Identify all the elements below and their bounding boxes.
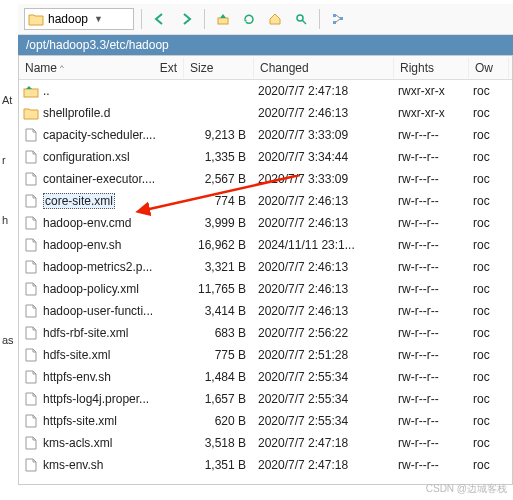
header-changed[interactable]: Changed [254, 58, 394, 78]
home-button[interactable] [264, 8, 286, 30]
table-row[interactable]: hadoop-policy.xml11,765 B2020/7/7 2:46:1… [19, 278, 512, 300]
file-icon [23, 216, 39, 230]
file-owner: roc [469, 392, 509, 406]
sort-indicator-icon: ^ [60, 63, 64, 72]
table-row[interactable]: hadoop-env.cmd3,999 B2020/7/7 2:46:13rw-… [19, 212, 512, 234]
file-changed: 2020/7/7 2:56:22 [254, 326, 394, 340]
file-owner: roc [469, 326, 509, 340]
file-changed: 2020/7/7 2:47:18 [254, 84, 394, 98]
file-size: 3,999 B [184, 216, 254, 230]
table-row[interactable]: capacity-scheduler....9,213 B2020/7/7 3:… [19, 124, 512, 146]
file-rights: rw-r--r-- [394, 128, 469, 142]
file-name: .. [43, 84, 50, 98]
file-rights: rw-r--r-- [394, 260, 469, 274]
table-row[interactable]: core-site.xml774 B2020/7/7 2:46:13rw-r--… [19, 190, 512, 212]
folder-icon [23, 106, 39, 120]
file-size: 1,351 B [184, 458, 254, 472]
file-changed: 2020/7/7 3:33:09 [254, 172, 394, 186]
file-name: shellprofile.d [43, 106, 110, 120]
file-changed: 2020/7/7 2:46:13 [254, 260, 394, 274]
table-row[interactable]: ..2020/7/7 2:47:18rwxr-xr-xroc [19, 80, 512, 102]
file-rights: rw-r--r-- [394, 304, 469, 318]
file-size: 775 B [184, 348, 254, 362]
file-rights: rw-r--r-- [394, 238, 469, 252]
file-icon [23, 370, 39, 384]
file-owner: roc [469, 128, 509, 142]
header-owner[interactable]: Ow [469, 58, 509, 78]
file-owner: roc [469, 84, 509, 98]
file-rights: rwxr-xr-x [394, 84, 469, 98]
table-row[interactable]: httpfs-env.sh1,484 B2020/7/7 2:55:34rw-r… [19, 366, 512, 388]
file-rights: rw-r--r-- [394, 414, 469, 428]
file-icon [23, 238, 39, 252]
file-size: 3,321 B [184, 260, 254, 274]
left-gutter-labels: Atrhas [2, 80, 14, 380]
table-row[interactable]: hdfs-rbf-site.xml683 B2020/7/7 2:56:22rw… [19, 322, 512, 344]
file-name: configuration.xsl [43, 150, 130, 164]
file-name: container-executor.... [43, 172, 155, 186]
file-size: 11,765 B [184, 282, 254, 296]
file-changed: 2020/7/7 2:47:18 [254, 436, 394, 450]
file-size: 2,567 B [184, 172, 254, 186]
file-size: 16,962 B [184, 238, 254, 252]
table-row[interactable]: shellprofile.d2020/7/7 2:46:13rwxr-xr-xr… [19, 102, 512, 124]
tree-view-button[interactable] [327, 8, 349, 30]
file-size: 620 B [184, 414, 254, 428]
header-size[interactable]: Size [184, 58, 254, 78]
file-changed: 2020/7/7 2:46:13 [254, 106, 394, 120]
file-size: 1,657 B [184, 392, 254, 406]
svg-rect-8 [24, 89, 38, 97]
file-owner: roc [469, 414, 509, 428]
file-owner: roc [469, 238, 509, 252]
header-ext[interactable]: Ext [160, 61, 177, 75]
up-folder-button[interactable] [212, 8, 234, 30]
table-row[interactable]: httpfs-log4j.proper...1,657 B2020/7/7 2:… [19, 388, 512, 410]
table-row[interactable]: kms-acls.xml3,518 B2020/7/7 2:47:18rw-r-… [19, 432, 512, 454]
header-name[interactable]: Name^Ext [19, 58, 184, 78]
watermark: CSDN @边城客栈 [426, 482, 507, 496]
file-rights: rw-r--r-- [394, 348, 469, 362]
file-name: capacity-scheduler.... [43, 128, 156, 142]
forward-button[interactable] [175, 8, 197, 30]
table-row[interactable]: kms-env.sh1,351 B2020/7/7 2:47:18rw-r--r… [19, 454, 512, 476]
file-rights: rw-r--r-- [394, 458, 469, 472]
table-row[interactable]: hadoop-user-functi...3,414 B2020/7/7 2:4… [19, 300, 512, 322]
file-changed: 2020/7/7 2:51:28 [254, 348, 394, 362]
svg-line-6 [336, 15, 340, 18]
file-name: hadoop-env.sh [43, 238, 122, 252]
table-row[interactable]: container-executor....2,567 B2020/7/7 3:… [19, 168, 512, 190]
table-row[interactable]: httpfs-site.xml620 B2020/7/7 2:55:34rw-r… [19, 410, 512, 432]
file-changed: 2020/7/7 2:55:34 [254, 414, 394, 428]
file-name: hadoop-user-functi... [43, 304, 153, 318]
svg-rect-4 [333, 21, 336, 24]
refresh-button[interactable] [238, 8, 260, 30]
file-changed: 2020/7/7 3:33:09 [254, 128, 394, 142]
find-button[interactable] [290, 8, 312, 30]
table-row[interactable]: hadoop-env.sh16,962 B2024/11/11 23:1...r… [19, 234, 512, 256]
table-row[interactable]: hdfs-site.xml775 B2020/7/7 2:51:28rw-r--… [19, 344, 512, 366]
folder-icon [28, 12, 44, 26]
header-rights[interactable]: Rights [394, 58, 469, 78]
file-icon [23, 260, 39, 274]
file-icon [23, 414, 39, 428]
file-changed: 2020/7/7 2:55:34 [254, 370, 394, 384]
table-row[interactable]: hadoop-metrics2.p...3,321 B2020/7/7 2:46… [19, 256, 512, 278]
file-size: 3,518 B [184, 436, 254, 450]
folder-combo[interactable]: hadoop ▼ [24, 8, 134, 30]
back-button[interactable] [149, 8, 171, 30]
file-changed: 2020/7/7 2:46:13 [254, 194, 394, 208]
file-rights: rw-r--r-- [394, 282, 469, 296]
svg-line-7 [336, 19, 340, 22]
file-icon [23, 150, 39, 164]
file-size: 1,484 B [184, 370, 254, 384]
file-name: kms-env.sh [43, 458, 103, 472]
file-changed: 2020/7/7 2:46:13 [254, 282, 394, 296]
table-row[interactable]: configuration.xsl1,335 B2020/7/7 3:34:44… [19, 146, 512, 168]
file-owner: roc [469, 282, 509, 296]
path-bar[interactable]: /opt/hadoop3.3/etc/hadoop [18, 35, 513, 55]
file-rights: rwxr-xr-x [394, 106, 469, 120]
file-owner: roc [469, 348, 509, 362]
svg-line-2 [302, 20, 306, 24]
file-owner: roc [469, 370, 509, 384]
chevron-down-icon[interactable]: ▼ [92, 14, 105, 24]
